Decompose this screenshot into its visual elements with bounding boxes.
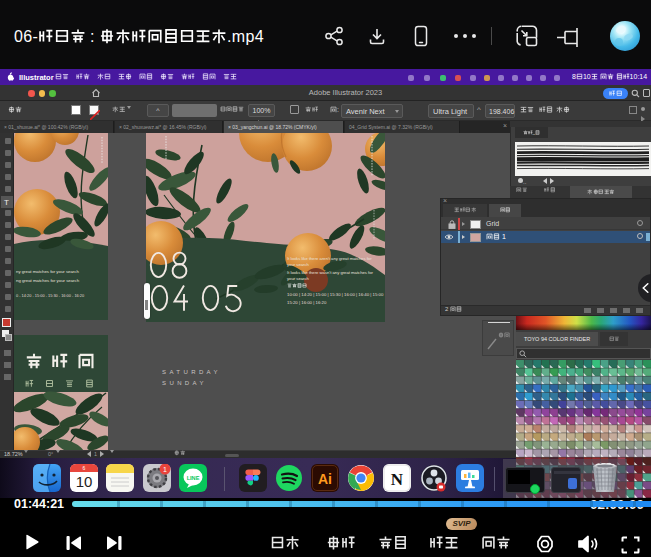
svg-text:It looks like there wasn't any: It looks like there wasn't any great mat…: [287, 270, 374, 275]
svg-text:1: 1: [163, 466, 167, 473]
svg-text:10:00 | 14:20 | 15:00 | 15:30: 10:00 | 14:20 | 15:00 | 15:30 | 16:00 | …: [287, 292, 384, 297]
svg-text:Ai: Ai: [318, 471, 332, 487]
svg-text:LINE: LINE: [187, 475, 200, 481]
svg-text:ng great matches for your sear: ng great matches for your search: [16, 278, 80, 283]
svg-text:15:20 | 16:00 | 16:20: 15:20 | 16:00 | 16:20: [287, 300, 327, 305]
svg-text:0 - 14:20 - 15:00 - 15:30 - 16: 0 - 14:20 - 15:00 - 15:30 - 16:00 - 16:2…: [16, 293, 85, 298]
svg-text:N: N: [391, 470, 404, 489]
svg-text:your search: your search: [287, 262, 310, 267]
svg-text:6: 6: [82, 465, 85, 471]
svg-text:ny great matches for your sear: ny great matches for your search: [16, 269, 79, 274]
svg-text:It looks like there aren't any: It looks like there aren't any great mat…: [287, 256, 372, 261]
svg-text:your search: your search: [287, 276, 310, 281]
svg-text:10: 10: [75, 473, 92, 490]
